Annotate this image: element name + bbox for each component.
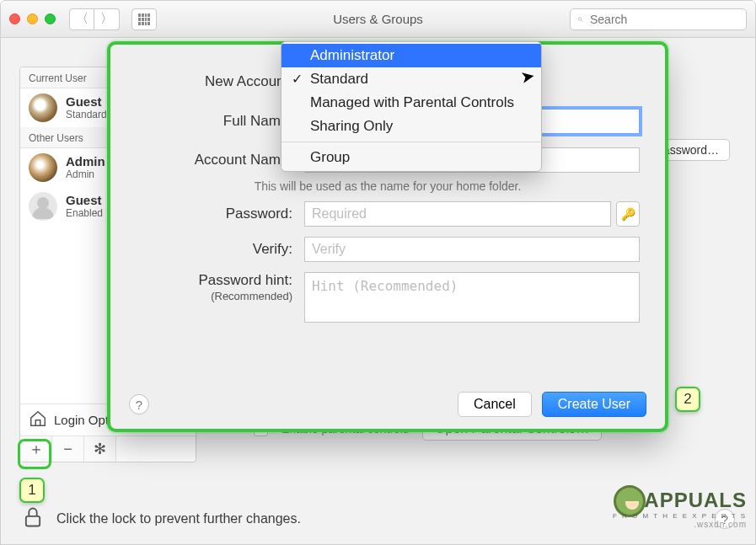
plus-icon: ＋ xyxy=(29,439,44,459)
password-input[interactable] xyxy=(304,201,611,227)
minus-icon: − xyxy=(63,441,72,458)
dropdown-item-standard[interactable]: Standard xyxy=(281,67,541,91)
sidebar-footer: ＋ − ✻ xyxy=(20,435,196,462)
annotation-callout-2: 2 xyxy=(675,387,700,412)
user-name: Guest xyxy=(66,194,103,208)
password-label: Password: xyxy=(136,206,304,222)
key-icon: 🔑 xyxy=(621,207,635,221)
create-user-button[interactable]: Create User xyxy=(542,392,646,417)
svg-point-0 xyxy=(578,17,582,20)
password-hint-label: Password hint: (Recommended) xyxy=(136,272,304,302)
password-assistant-button[interactable]: 🔑 xyxy=(616,201,640,227)
dropdown-item-managed[interactable]: Managed with Parental Controls xyxy=(281,91,541,115)
add-user-button[interactable]: ＋ xyxy=(20,436,52,462)
svg-rect-2 xyxy=(26,516,40,526)
lock-icon xyxy=(21,505,45,532)
password-hint-input[interactable] xyxy=(304,272,640,323)
account-type-dropdown[interactable]: Administrator Standard Managed with Pare… xyxy=(281,41,542,172)
lock-row[interactable]: Click the lock to prevent further change… xyxy=(21,505,301,532)
account-name-hint: This will be used as the name for your h… xyxy=(136,179,640,193)
user-role: Enabled xyxy=(66,208,103,219)
question-icon: ? xyxy=(721,512,728,526)
preferences-window: 〈 〉 Users & Groups Current User Guest xyxy=(0,0,756,545)
user-role: Admin xyxy=(66,169,105,180)
gear-icon: ✻ xyxy=(94,440,106,458)
svg-line-1 xyxy=(581,19,582,21)
dropdown-item-group[interactable]: Group xyxy=(281,146,541,169)
verify-label: Verify: xyxy=(136,241,304,258)
search-field-wrap[interactable] xyxy=(570,8,747,30)
grid-icon xyxy=(138,13,150,25)
forward-button[interactable]: 〉 xyxy=(94,8,120,30)
verify-password-input[interactable] xyxy=(304,237,640,262)
help-button-bottom[interactable]: ? xyxy=(715,509,735,529)
actions-button[interactable]: ✻ xyxy=(84,436,116,462)
search-icon xyxy=(577,13,583,25)
remove-user-button[interactable]: − xyxy=(52,436,84,462)
chevron-left-icon: 〈 xyxy=(76,11,88,27)
full-name-label: Full Name: xyxy=(136,113,304,130)
new-account-label: New Account: xyxy=(136,73,304,90)
zoom-window-button[interactable] xyxy=(45,13,56,24)
dialog-footer: ? Cancel Create User xyxy=(129,392,646,417)
lock-text: Click the lock to prevent further change… xyxy=(56,511,301,526)
traffic-lights xyxy=(9,13,56,24)
user-role: Standard xyxy=(66,110,107,120)
dropdown-item-sharing[interactable]: Sharing Only xyxy=(281,115,541,138)
account-name-label: Account Name: xyxy=(136,152,304,168)
minimize-window-button[interactable] xyxy=(27,13,38,24)
nav-buttons: 〈 〉 xyxy=(69,8,120,30)
user-name: Guest xyxy=(66,95,107,110)
show-all-button[interactable] xyxy=(131,8,157,30)
home-icon xyxy=(29,409,47,430)
avatar xyxy=(29,153,57,182)
annotation-callout-1: 1 xyxy=(19,478,45,503)
user-name: Admin xyxy=(66,155,105,169)
chevron-right-icon: 〉 xyxy=(100,11,113,27)
search-input[interactable] xyxy=(588,12,739,27)
avatar xyxy=(29,192,57,221)
help-button[interactable]: ? xyxy=(129,394,149,414)
cancel-button[interactable]: Cancel xyxy=(458,392,532,417)
watermark-mascot xyxy=(614,485,646,517)
avatar xyxy=(29,94,57,122)
dropdown-item-administrator[interactable]: Administrator xyxy=(281,44,541,67)
titlebar: 〈 〉 Users & Groups xyxy=(1,1,755,38)
close-window-button[interactable] xyxy=(9,13,20,24)
dropdown-separator xyxy=(281,142,541,142)
question-icon: ? xyxy=(136,398,142,412)
back-button[interactable]: 〈 xyxy=(69,8,94,30)
